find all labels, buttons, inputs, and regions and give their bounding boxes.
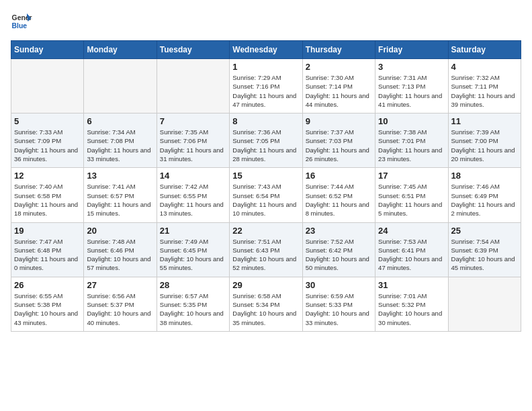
- day-number: 14: [160, 171, 226, 181]
- day-number: 13: [87, 171, 153, 181]
- day-number: 5: [14, 116, 81, 126]
- day-number: 25: [451, 226, 518, 236]
- day-number: 29: [232, 280, 299, 290]
- day-info: Sunrise: 7:32 AM Sunset: 7:11 PM Dayligh…: [451, 73, 518, 109]
- day-number: 16: [306, 171, 372, 181]
- calendar-day-cell: 31Sunrise: 7:01 AM Sunset: 5:32 PM Dayli…: [375, 277, 448, 331]
- day-number: 15: [232, 171, 299, 181]
- day-info: Sunrise: 7:52 AM Sunset: 6:42 PM Dayligh…: [306, 237, 372, 273]
- calendar-day-cell: 9Sunrise: 7:37 AM Sunset: 7:03 PM Daylig…: [302, 113, 375, 168]
- day-info: Sunrise: 7:54 AM Sunset: 6:39 PM Dayligh…: [451, 237, 518, 273]
- calendar-day-cell: 27Sunrise: 6:56 AM Sunset: 5:37 PM Dayli…: [84, 277, 157, 331]
- day-number: 17: [378, 171, 445, 181]
- day-number: 22: [232, 226, 299, 236]
- calendar-day-cell: 24Sunrise: 7:53 AM Sunset: 6:41 PM Dayli…: [375, 222, 448, 277]
- day-number: 26: [14, 280, 81, 290]
- day-of-week-header: Tuesday: [157, 41, 229, 59]
- day-info: Sunrise: 6:57 AM Sunset: 5:35 PM Dayligh…: [160, 291, 226, 327]
- calendar-day-cell: 10Sunrise: 7:38 AM Sunset: 7:01 PM Dayli…: [375, 113, 448, 168]
- svg-text:Blue: Blue: [12, 22, 28, 30]
- day-info: Sunrise: 7:38 AM Sunset: 7:01 PM Dayligh…: [378, 128, 445, 163]
- day-number: 9: [306, 116, 372, 126]
- calendar-day-cell: 3Sunrise: 7:31 AM Sunset: 7:13 PM Daylig…: [375, 59, 448, 113]
- day-info: Sunrise: 7:37 AM Sunset: 7:03 PM Dayligh…: [306, 128, 372, 163]
- day-info: Sunrise: 7:49 AM Sunset: 6:45 PM Dayligh…: [160, 237, 226, 273]
- day-info: Sunrise: 6:58 AM Sunset: 5:34 PM Dayligh…: [232, 291, 299, 327]
- day-of-week-header: Monday: [84, 41, 157, 59]
- day-info: Sunrise: 7:30 AM Sunset: 7:14 PM Dayligh…: [306, 73, 372, 109]
- calendar-day-cell: 29Sunrise: 6:58 AM Sunset: 5:34 PM Dayli…: [230, 277, 302, 331]
- calendar-day-cell: 21Sunrise: 7:49 AM Sunset: 6:45 PM Dayli…: [157, 222, 229, 277]
- day-info: Sunrise: 7:45 AM Sunset: 6:51 PM Dayligh…: [378, 182, 445, 218]
- calendar-day-cell: 18Sunrise: 7:46 AM Sunset: 6:49 PM Dayli…: [448, 168, 521, 222]
- calendar-day-cell: 23Sunrise: 7:52 AM Sunset: 6:42 PM Dayli…: [302, 222, 375, 277]
- day-number: 31: [378, 280, 445, 290]
- day-of-week-header: Wednesday: [230, 41, 302, 59]
- day-info: Sunrise: 7:46 AM Sunset: 6:49 PM Dayligh…: [451, 182, 518, 218]
- day-info: Sunrise: 7:29 AM Sunset: 7:16 PM Dayligh…: [232, 73, 299, 109]
- day-number: 3: [378, 62, 445, 72]
- calendar-day-cell: 8Sunrise: 7:36 AM Sunset: 7:05 PM Daylig…: [230, 113, 302, 168]
- day-info: Sunrise: 7:35 AM Sunset: 7:06 PM Dayligh…: [160, 128, 226, 163]
- page-header: General Blue: [11, 11, 521, 32]
- calendar-day-cell: [11, 59, 84, 113]
- day-of-week-header: Saturday: [448, 41, 521, 59]
- calendar-table: SundayMondayTuesdayWednesdayThursdayFrid…: [11, 40, 521, 332]
- day-number: 12: [14, 171, 81, 181]
- calendar-day-cell: 25Sunrise: 7:54 AM Sunset: 6:39 PM Dayli…: [448, 222, 521, 277]
- day-of-week-header: Thursday: [302, 41, 375, 59]
- day-number: 20: [87, 226, 153, 236]
- day-info: Sunrise: 7:39 AM Sunset: 7:00 PM Dayligh…: [451, 128, 518, 163]
- day-info: Sunrise: 7:36 AM Sunset: 7:05 PM Dayligh…: [232, 128, 299, 163]
- day-number: 24: [378, 226, 445, 236]
- day-number: 4: [451, 62, 518, 72]
- calendar-day-cell: 4Sunrise: 7:32 AM Sunset: 7:11 PM Daylig…: [448, 59, 521, 113]
- calendar-week-row: 12Sunrise: 7:40 AM Sunset: 6:58 PM Dayli…: [11, 168, 521, 222]
- calendar-day-cell: 22Sunrise: 7:51 AM Sunset: 6:43 PM Dayli…: [230, 222, 302, 277]
- day-info: Sunrise: 7:48 AM Sunset: 6:46 PM Dayligh…: [87, 237, 153, 273]
- day-info: Sunrise: 7:40 AM Sunset: 6:58 PM Dayligh…: [14, 182, 81, 218]
- day-info: Sunrise: 6:59 AM Sunset: 5:33 PM Dayligh…: [306, 291, 372, 327]
- day-number: 1: [232, 62, 299, 72]
- calendar-day-cell: 12Sunrise: 7:40 AM Sunset: 6:58 PM Dayli…: [11, 168, 84, 222]
- day-info: Sunrise: 7:51 AM Sunset: 6:43 PM Dayligh…: [232, 237, 299, 273]
- calendar-day-cell: 20Sunrise: 7:48 AM Sunset: 6:46 PM Dayli…: [84, 222, 157, 277]
- day-info: Sunrise: 7:33 AM Sunset: 7:09 PM Dayligh…: [14, 128, 81, 163]
- day-number: 19: [14, 226, 81, 236]
- day-info: Sunrise: 7:43 AM Sunset: 6:54 PM Dayligh…: [232, 182, 299, 218]
- calendar-day-cell: 5Sunrise: 7:33 AM Sunset: 7:09 PM Daylig…: [11, 113, 84, 168]
- calendar-week-row: 26Sunrise: 6:55 AM Sunset: 5:38 PM Dayli…: [11, 277, 521, 331]
- calendar-header-row: SundayMondayTuesdayWednesdayThursdayFrid…: [11, 41, 521, 59]
- day-info: Sunrise: 6:56 AM Sunset: 5:37 PM Dayligh…: [87, 291, 153, 327]
- calendar-day-cell: 13Sunrise: 7:41 AM Sunset: 6:57 PM Dayli…: [84, 168, 157, 222]
- day-number: 11: [451, 116, 518, 126]
- calendar-day-cell: 26Sunrise: 6:55 AM Sunset: 5:38 PM Dayli…: [11, 277, 84, 331]
- day-info: Sunrise: 7:31 AM Sunset: 7:13 PM Dayligh…: [378, 73, 445, 109]
- day-number: 30: [306, 280, 372, 290]
- day-number: 18: [451, 171, 518, 181]
- calendar-day-cell: 11Sunrise: 7:39 AM Sunset: 7:00 PM Dayli…: [448, 113, 521, 168]
- calendar-day-cell: 19Sunrise: 7:47 AM Sunset: 6:48 PM Dayli…: [11, 222, 84, 277]
- day-number: 23: [306, 226, 372, 236]
- logo: General Blue: [11, 11, 35, 32]
- calendar-day-cell: 2Sunrise: 7:30 AM Sunset: 7:14 PM Daylig…: [302, 59, 375, 113]
- day-number: 2: [306, 62, 372, 72]
- day-info: Sunrise: 7:41 AM Sunset: 6:57 PM Dayligh…: [87, 182, 153, 218]
- calendar-day-cell: [84, 59, 157, 113]
- day-info: Sunrise: 7:34 AM Sunset: 7:08 PM Dayligh…: [87, 128, 153, 163]
- day-info: Sunrise: 7:53 AM Sunset: 6:41 PM Dayligh…: [378, 237, 445, 273]
- calendar-day-cell: 7Sunrise: 7:35 AM Sunset: 7:06 PM Daylig…: [157, 113, 229, 168]
- calendar-day-cell: [448, 277, 521, 331]
- day-number: 8: [232, 116, 299, 126]
- logo-icon: General Blue: [11, 11, 32, 32]
- calendar-day-cell: 15Sunrise: 7:43 AM Sunset: 6:54 PM Dayli…: [230, 168, 302, 222]
- day-info: Sunrise: 6:55 AM Sunset: 5:38 PM Dayligh…: [14, 291, 81, 327]
- day-number: 10: [378, 116, 445, 126]
- day-number: 6: [87, 116, 153, 126]
- calendar-day-cell: 1Sunrise: 7:29 AM Sunset: 7:16 PM Daylig…: [230, 59, 302, 113]
- day-number: 27: [87, 280, 153, 290]
- calendar-day-cell: 6Sunrise: 7:34 AM Sunset: 7:08 PM Daylig…: [84, 113, 157, 168]
- calendar-day-cell: 30Sunrise: 6:59 AM Sunset: 5:33 PM Dayli…: [302, 277, 375, 331]
- calendar-day-cell: [157, 59, 229, 113]
- calendar-week-row: 1Sunrise: 7:29 AM Sunset: 7:16 PM Daylig…: [11, 59, 521, 113]
